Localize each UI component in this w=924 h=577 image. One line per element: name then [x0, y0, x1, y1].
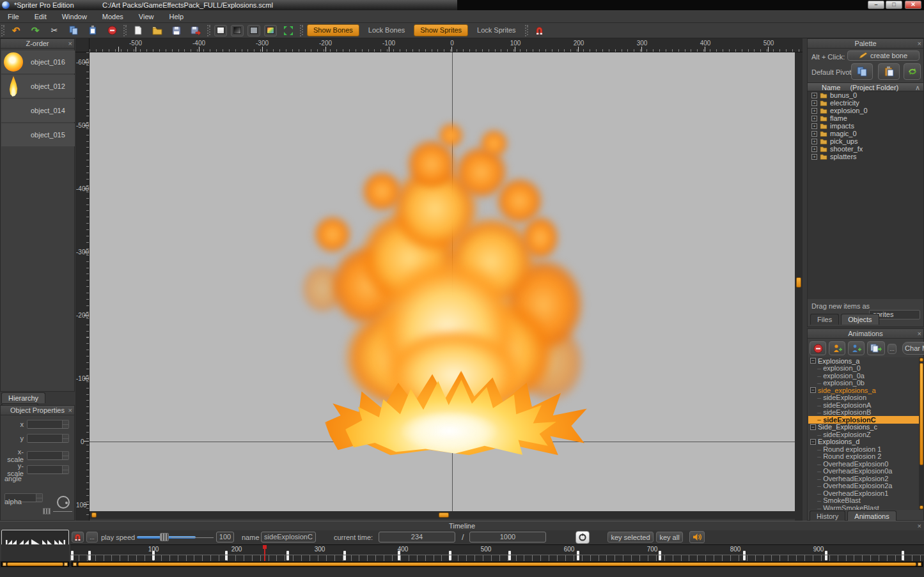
palette-folder-impacts[interactable]: +impacts	[808, 122, 923, 130]
fit-view-button[interactable]	[281, 24, 296, 37]
collapse-icon[interactable]: −	[810, 439, 816, 445]
animation-item[interactable]: –SmokeBlast	[808, 497, 919, 505]
animation-item[interactable]: –Round explosion 2	[808, 453, 919, 461]
canvas-hscroll-left-button[interactable]	[91, 512, 97, 518]
x-scale-input[interactable]	[27, 451, 69, 460]
palette-folder-pickups[interactable]: +pick_ups	[808, 137, 923, 145]
keyframe-marker[interactable]	[659, 551, 661, 560]
timeline-scroll-right-button[interactable]	[918, 562, 921, 566]
animation-group[interactable]: −Explosions_d	[808, 438, 919, 446]
keyframe-marker[interactable]	[88, 551, 91, 560]
animation-item[interactable]: –explosion_0b	[808, 380, 919, 387]
y-scale-spinner[interactable]	[62, 466, 68, 473]
timeline-scrollbar[interactable]	[72, 562, 923, 567]
paste-pivot-button[interactable]	[878, 63, 900, 80]
expand-icon[interactable]: +	[811, 100, 817, 106]
menu-file[interactable]: File	[0, 10, 27, 23]
animations-scroll-down-button[interactable]	[920, 505, 923, 509]
duplicate-animation-button[interactable]	[867, 341, 885, 355]
view-mode-light-button[interactable]	[214, 25, 227, 36]
duration-field[interactable]: 1000	[469, 532, 546, 542]
expand-icon[interactable]: +	[811, 139, 817, 144]
toolbar-grip[interactable]	[300, 25, 303, 36]
transport-scroll-thumb[interactable]	[7, 562, 63, 566]
keyframe-marker[interactable]	[398, 551, 400, 560]
expand-icon[interactable]: +	[811, 131, 817, 137]
menu-help[interactable]: Help	[162, 10, 192, 23]
palette-folder-electricity[interactable]: +electricity	[808, 99, 923, 107]
animations-scrollbar[interactable]	[919, 357, 924, 510]
animation-item[interactable]: –explosion_0	[808, 365, 919, 373]
palette-folder-shooterfx[interactable]: +shooter_fx	[808, 145, 923, 153]
transport-scroll-right-button[interactable]	[64, 562, 68, 566]
keyframe-marker[interactable]	[225, 551, 228, 560]
char-maps-button[interactable]: Char Maps	[902, 342, 924, 355]
paste-button[interactable]	[85, 24, 100, 37]
animation-item[interactable]: –OverheadExplosion0	[808, 460, 919, 468]
toolbar-grip[interactable]	[1, 25, 4, 36]
palette-tree-empty[interactable]	[808, 168, 923, 299]
new-file-button[interactable]	[130, 24, 146, 37]
show-sprites-button[interactable]: Show Sprites	[414, 24, 468, 36]
minimize-button[interactable]: –	[868, 1, 884, 9]
transport-scrollbar[interactable]	[1, 562, 69, 567]
animation-group[interactable]: −Side_Explosions_c	[808, 424, 919, 431]
copy-button[interactable]	[66, 24, 81, 37]
animation-item-selected[interactable]: –sideExplosionC	[808, 416, 919, 424]
transport-scroll-left-button[interactable]	[3, 562, 6, 566]
cut-button[interactable]: ✂	[47, 24, 62, 37]
timeline-more-button[interactable]: ...	[86, 532, 98, 542]
show-bones-button[interactable]: Show Bones	[307, 24, 359, 36]
zorder-item-object016[interactable]: object_016	[1, 50, 75, 73]
expand-icon[interactable]: +	[811, 93, 817, 98]
menu-window[interactable]: Window	[54, 10, 95, 23]
sort-arrow-icon[interactable]: ∧	[915, 83, 920, 92]
animation-item[interactable]: –WarmSmokeBlast	[808, 504, 919, 510]
animation-item[interactable]: –OverheadExplosion2a	[808, 482, 919, 490]
key-all-button[interactable]: key all	[656, 532, 683, 542]
close-icon[interactable]: ×	[918, 329, 921, 339]
play-speed-handle[interactable]	[160, 533, 169, 541]
y-spinner[interactable]	[62, 435, 68, 442]
menu-edit[interactable]: Edit	[27, 10, 54, 23]
toolbar-grip[interactable]	[525, 25, 528, 36]
timeline-ruler[interactable]: 100 200 300 400 500 600 700 800 900	[70, 544, 924, 561]
loop-playback-button[interactable]	[576, 531, 590, 544]
view-mode-dark-button[interactable]	[231, 25, 244, 36]
view-mode-gray-button[interactable]	[247, 25, 260, 36]
animation-item[interactable]: –Round explosion 1	[808, 445, 919, 453]
toolbar-grip[interactable]	[207, 25, 210, 36]
play-speed-track-rest[interactable]	[171, 537, 214, 538]
expand-icon[interactable]: +	[811, 123, 817, 129]
zorder-item-object012[interactable]: object_012	[1, 75, 75, 98]
lock-bones-button[interactable]: Lock Bones	[363, 24, 410, 36]
animation-item[interactable]: –sideExplosionA	[808, 401, 919, 409]
expand-icon[interactable]: +	[811, 154, 817, 160]
alpha-slider-handle[interactable]	[43, 508, 51, 514]
animation-item[interactable]: –sideExplosion	[808, 394, 919, 402]
palette-tree-header[interactable]: Name (Project Folder) ∧	[808, 82, 923, 91]
view-mode-color-button[interactable]	[264, 25, 277, 36]
canvas-horizontal-scrollbar[interactable]	[90, 511, 795, 519]
tab-objects[interactable]: Objects	[841, 314, 879, 325]
keyframe-marker[interactable]	[286, 551, 289, 560]
animation-name-field[interactable]: sideExplosionC	[261, 532, 316, 542]
angle-dial[interactable]	[57, 496, 70, 509]
x-spinner[interactable]	[62, 420, 68, 428]
keyframe-marker[interactable]	[825, 551, 827, 560]
x-scale-spinner[interactable]	[62, 452, 68, 459]
y-scale-input[interactable]	[27, 465, 69, 474]
animations-scroll-thumb[interactable]	[920, 363, 923, 465]
animations-scroll-up-button[interactable]	[920, 358, 923, 362]
refresh-pivot-button[interactable]	[904, 63, 921, 80]
animation-item[interactable]: –OverheadExplosion0a	[808, 468, 919, 475]
angle-spinner[interactable]	[36, 494, 42, 502]
add-entity-button[interactable]	[829, 341, 845, 355]
delete-animation-button[interactable]	[810, 341, 826, 355]
collapse-icon[interactable]: −	[810, 387, 816, 393]
create-bone-button[interactable]: create bone	[847, 50, 920, 61]
animation-item[interactable]: –sideExplosionZ	[808, 431, 919, 438]
keyframe-marker[interactable]	[902, 551, 904, 560]
close-button[interactable]: ✕	[905, 1, 921, 9]
snap-button[interactable]	[532, 24, 547, 37]
